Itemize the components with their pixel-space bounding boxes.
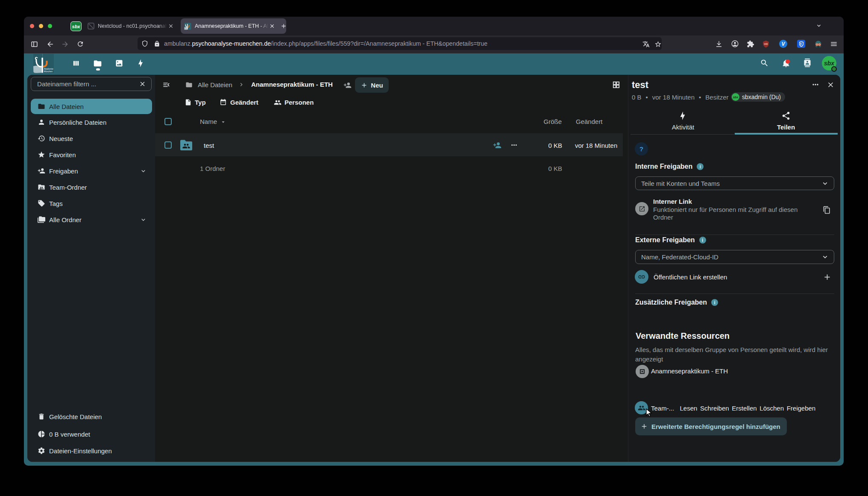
svg-text:München: München (44, 70, 53, 73)
svg-text:UO: UO (764, 43, 768, 45)
